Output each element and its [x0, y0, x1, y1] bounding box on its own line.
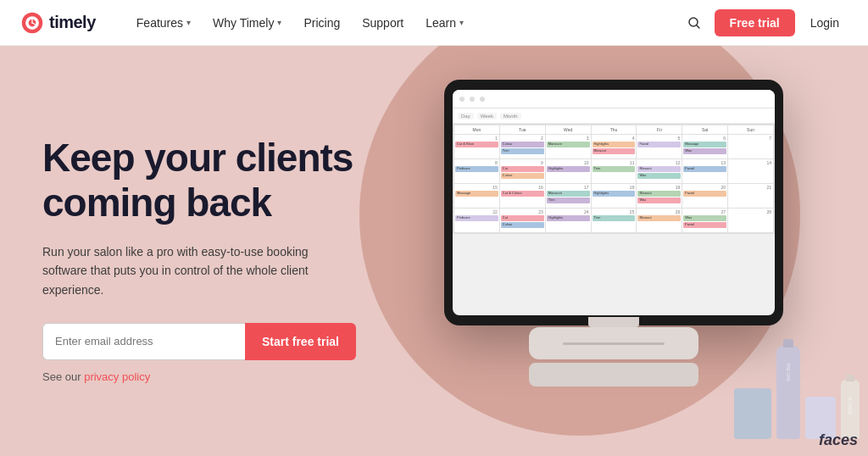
- product-bottles: THE OAS IE OASIS: [734, 346, 860, 439]
- login-button[interactable]: Login: [802, 11, 848, 35]
- table-row: 9CutColour: [500, 159, 545, 183]
- table-row: 26Blowout: [637, 209, 682, 232]
- search-button[interactable]: [681, 9, 708, 36]
- privacy-policy-link[interactable]: privacy policy: [84, 370, 150, 383]
- nav-item-support[interactable]: Support: [352, 11, 414, 35]
- faces-badge: faces: [819, 431, 858, 449]
- logo[interactable]: timely: [20, 11, 96, 35]
- logo-text: timely: [49, 13, 96, 32]
- table-row: 12BlowoutWax: [637, 159, 682, 183]
- nav-item-learn[interactable]: Learn ▾: [415, 11, 474, 35]
- search-icon: [687, 16, 701, 30]
- nav-item-features[interactable]: Features ▾: [126, 11, 201, 35]
- table-row: 14: [728, 159, 773, 183]
- table-row: 8Pedicure: [454, 159, 499, 183]
- email-form: Start free trial: [42, 323, 356, 360]
- tablet-stand: [444, 317, 783, 386]
- table-row: 23CutColour: [500, 209, 545, 232]
- chevron-down-icon: ▾: [186, 18, 191, 27]
- table-row: 4HighlightsBlowout: [592, 135, 637, 158]
- table-row: 17ManicureTrim: [546, 184, 591, 208]
- hero-section: Keep your clients coming back Run your s…: [0, 46, 868, 456]
- tablet-screen: Day Week Month Mon Tue Wed Thu Fri Sat S…: [453, 90, 775, 315]
- calendar-grid: Mon Tue Wed Thu Fri Sat Sun 1Cut & Blow …: [453, 124, 775, 234]
- table-row: 21: [728, 184, 773, 208]
- tablet: Day Week Month Mon Tue Wed Thu Fri Sat S…: [444, 80, 783, 325]
- nav-item-why-timely[interactable]: Why Timely ▾: [203, 11, 292, 35]
- table-row: 22Pedicure: [454, 209, 499, 232]
- hero-title: Keep your clients coming back: [42, 136, 356, 225]
- bottle-short: IE OASIS: [841, 380, 860, 439]
- table-row: 2ColourTrim: [500, 135, 545, 158]
- navbar: timely Features ▾ Why Timely ▾ Pricing S…: [0, 0, 868, 46]
- timely-logo-icon: [20, 11, 44, 35]
- nav-links: Features ▾ Why Timely ▾ Pricing Support …: [126, 11, 681, 35]
- tablet-outer: Day Week Month Mon Tue Wed Thu Fri Sat S…: [444, 80, 783, 325]
- table-row: 6MassageWax: [682, 135, 727, 158]
- email-input[interactable]: [42, 323, 245, 360]
- table-row: 24Highlights: [546, 209, 591, 232]
- svg-line-6: [697, 25, 699, 28]
- nav-item-pricing[interactable]: Pricing: [293, 11, 350, 35]
- nav-right: Free trial Login: [681, 9, 848, 36]
- table-row: 13Facial: [682, 159, 727, 183]
- table-row: 19BlowoutWax: [637, 184, 682, 208]
- table-row: 27WaxFacial: [682, 209, 727, 232]
- table-row: 18Highlights: [592, 184, 637, 208]
- bottle-short-label: IE OASIS: [848, 397, 853, 414]
- bottle-tall-label: THE OAS: [786, 363, 791, 381]
- chevron-down-icon: ▾: [459, 18, 464, 27]
- hero-left-content: Keep your clients coming back Run your s…: [0, 46, 390, 456]
- free-trial-nav-button[interactable]: Free trial: [715, 9, 795, 36]
- hero-subtitle: Run your salon like a pro with easy-to-u…: [42, 242, 331, 299]
- table-row: 7: [728, 135, 773, 158]
- table-row: 11Trim: [592, 159, 637, 183]
- hero-right-content: Day Week Month Mon Tue Wed Thu Fri Sat S…: [376, 46, 868, 456]
- table-row: 20Facial: [682, 184, 727, 208]
- table-row: 16Cut & Colour: [500, 184, 545, 208]
- table-row: 25Trim: [592, 209, 637, 232]
- table-row: 28: [728, 209, 773, 232]
- bottle-tall: THE OAS: [776, 346, 800, 439]
- table-row: 1Cut & Blow: [454, 135, 499, 158]
- table-row: 3Manicure: [546, 135, 591, 158]
- chevron-down-icon: ▾: [277, 18, 281, 27]
- calendar-app-header: [453, 90, 775, 108]
- privacy-notice: See our privacy policy: [42, 370, 356, 383]
- table-row: 5Facial: [637, 135, 682, 158]
- start-trial-button[interactable]: Start free trial: [245, 323, 356, 360]
- calendar-toolbar: Day Week Month: [453, 108, 775, 124]
- product-box-back: [734, 388, 771, 439]
- table-row: 10Highlights: [546, 159, 591, 183]
- table-row: 15Massage: [454, 184, 499, 208]
